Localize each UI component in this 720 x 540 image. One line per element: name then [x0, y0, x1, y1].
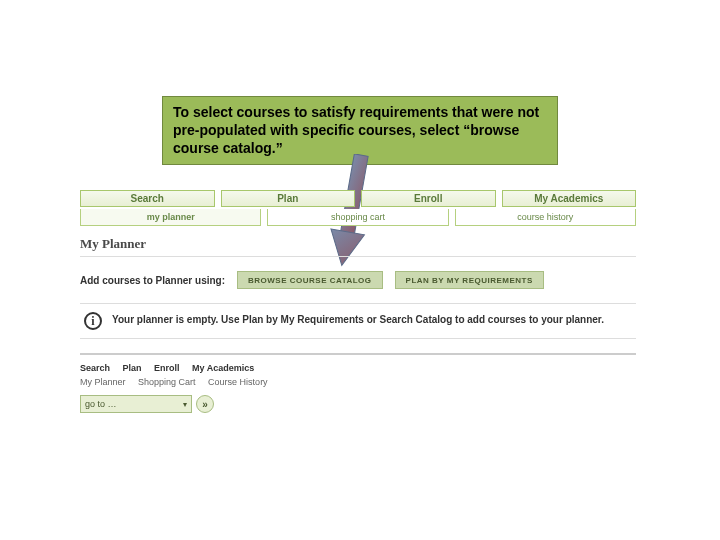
subtab-course-history[interactable]: course history: [455, 209, 636, 226]
chevron-down-icon: ▾: [183, 400, 187, 409]
crumb-my-planner[interactable]: My Planner: [80, 377, 126, 387]
browse-course-catalog-button[interactable]: BROWSE COURSE CATALOG: [237, 271, 383, 289]
crumb-enroll[interactable]: Enroll: [154, 363, 180, 373]
main-tabs-row: Search Plan Enroll My Academics: [80, 190, 636, 207]
breadcrumb-primary: Search Plan Enroll My Academics: [80, 363, 636, 373]
crumb-search[interactable]: Search: [80, 363, 110, 373]
empty-planner-message: i Your planner is empty. Use Plan by My …: [80, 303, 636, 339]
separator: [80, 256, 636, 257]
crumb-shopping-cart[interactable]: Shopping Cart: [138, 377, 196, 387]
goto-submit-button[interactable]: »: [196, 395, 214, 413]
callout-text: To select courses to satisfy requirement…: [173, 104, 539, 156]
crumb-my-academics[interactable]: My Academics: [192, 363, 254, 373]
instruction-callout: To select courses to satisfy requirement…: [162, 96, 558, 165]
tab-enroll[interactable]: Enroll: [361, 190, 496, 207]
tab-my-academics[interactable]: My Academics: [502, 190, 637, 207]
crumb-course-history[interactable]: Course History: [208, 377, 268, 387]
tab-plan[interactable]: Plan: [221, 190, 356, 207]
page-title: My Planner: [80, 236, 636, 252]
breadcrumb-secondary: My Planner Shopping Cart Course History: [80, 377, 636, 387]
crumb-plan[interactable]: Plan: [123, 363, 142, 373]
goto-label: go to …: [85, 399, 117, 409]
subtab-my-planner[interactable]: my planner: [80, 209, 261, 226]
add-courses-label: Add courses to Planner using:: [80, 275, 225, 286]
subtab-shopping-cart[interactable]: shopping cart: [267, 209, 448, 226]
double-chevron-icon: »: [202, 399, 208, 410]
planner-screenshot: Search Plan Enroll My Academics my plann…: [80, 190, 636, 413]
add-courses-row: Add courses to Planner using: BROWSE COU…: [80, 271, 636, 289]
info-icon: i: [84, 312, 102, 330]
separator: [80, 353, 636, 355]
info-text: Your planner is empty. Use Plan by My Re…: [112, 312, 604, 328]
sub-tabs-row: my planner shopping cart course history: [80, 209, 636, 226]
plan-by-requirements-button[interactable]: PLAN BY MY REQUIREMENTS: [395, 271, 544, 289]
tab-search[interactable]: Search: [80, 190, 215, 207]
goto-row: go to … ▾ »: [80, 395, 636, 413]
goto-dropdown[interactable]: go to … ▾: [80, 395, 192, 413]
